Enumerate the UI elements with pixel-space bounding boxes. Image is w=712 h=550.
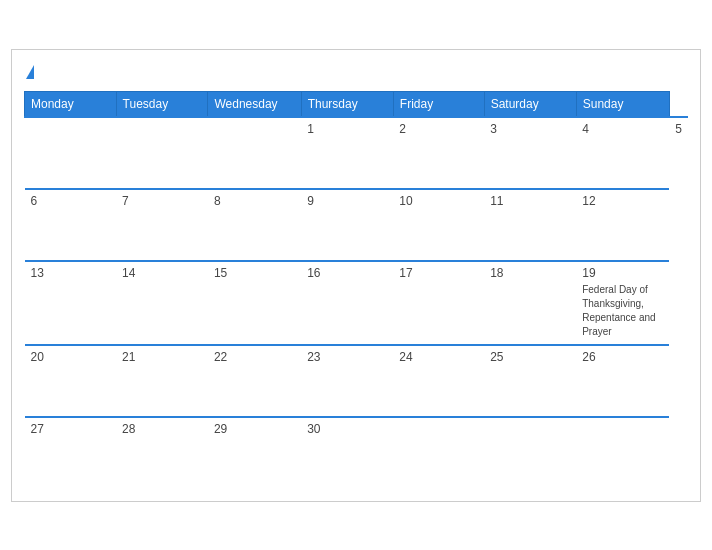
day-cell [484, 417, 576, 489]
day-number: 30 [307, 422, 387, 436]
day-number: 25 [490, 350, 570, 364]
day-cell: 17 [393, 261, 484, 345]
day-cell: 7 [116, 189, 208, 261]
day-cell: 28 [116, 417, 208, 489]
day-number: 5 [675, 122, 682, 136]
day-cell: 27 [25, 417, 117, 489]
day-header-sunday: Sunday [576, 91, 669, 117]
day-cell: 30 [301, 417, 393, 489]
day-cell: 9 [301, 189, 393, 261]
day-cell: 14 [116, 261, 208, 345]
day-cell: 23 [301, 345, 393, 417]
day-cell: 2 [393, 117, 484, 189]
day-number: 15 [214, 266, 295, 280]
calendar-container: MondayTuesdayWednesdayThursdayFridaySatu… [11, 49, 701, 502]
day-cell: 21 [116, 345, 208, 417]
day-number: 7 [122, 194, 202, 208]
day-number: 2 [399, 122, 478, 136]
day-cell: 12 [576, 189, 669, 261]
day-number: 8 [214, 194, 295, 208]
logo-triangle-icon [26, 65, 34, 79]
day-cell: 8 [208, 189, 301, 261]
day-number: 12 [582, 194, 663, 208]
day-number: 20 [31, 350, 111, 364]
day-cell: 18 [484, 261, 576, 345]
day-number: 13 [31, 266, 111, 280]
day-header-thursday: Thursday [301, 91, 393, 117]
day-cell: 24 [393, 345, 484, 417]
day-number: 14 [122, 266, 202, 280]
day-cell: 1 [301, 117, 393, 189]
day-number: 24 [399, 350, 478, 364]
day-number: 23 [307, 350, 387, 364]
day-cell: 22 [208, 345, 301, 417]
logo [24, 64, 34, 79]
day-cell: 4 [576, 117, 669, 189]
day-number: 10 [399, 194, 478, 208]
day-cell: 25 [484, 345, 576, 417]
day-number: 9 [307, 194, 387, 208]
day-cell: 15 [208, 261, 301, 345]
day-number: 18 [490, 266, 570, 280]
day-cell [116, 117, 208, 189]
week-row-2: 6789101112 [25, 189, 689, 261]
day-number: 4 [582, 122, 663, 136]
week-row-4: 20212223242526 [25, 345, 689, 417]
day-header-saturday: Saturday [484, 91, 576, 117]
day-number: 3 [490, 122, 570, 136]
day-cell: 6 [25, 189, 117, 261]
week-row-1: 12345 [25, 117, 689, 189]
calendar-header [24, 60, 688, 83]
day-cell: 16 [301, 261, 393, 345]
day-number: 27 [31, 422, 111, 436]
week-row-5: 27282930 [25, 417, 689, 489]
day-cell: 29 [208, 417, 301, 489]
day-number: 26 [582, 350, 663, 364]
day-cell: 20 [25, 345, 117, 417]
day-cell: 13 [25, 261, 117, 345]
day-cell [25, 117, 117, 189]
day-cell [208, 117, 301, 189]
day-header-wednesday: Wednesday [208, 91, 301, 117]
day-cell [393, 417, 484, 489]
day-cell: 5 [669, 117, 688, 189]
calendar-grid: MondayTuesdayWednesdayThursdayFridaySatu… [24, 91, 688, 489]
day-cell: 26 [576, 345, 669, 417]
day-header-tuesday: Tuesday [116, 91, 208, 117]
day-number: 29 [214, 422, 295, 436]
days-header-row: MondayTuesdayWednesdayThursdayFridaySatu… [25, 91, 689, 117]
day-cell: 11 [484, 189, 576, 261]
day-cell: 3 [484, 117, 576, 189]
day-number: 1 [307, 122, 387, 136]
day-number: 22 [214, 350, 295, 364]
week-row-3: 13141516171819Federal Day of Thanksgivin… [25, 261, 689, 345]
day-number: 28 [122, 422, 202, 436]
day-number: 19 [582, 266, 663, 280]
day-number: 17 [399, 266, 478, 280]
day-number: 16 [307, 266, 387, 280]
day-header-friday: Friday [393, 91, 484, 117]
day-cell: 19Federal Day of Thanksgiving, Repentanc… [576, 261, 669, 345]
day-number: 11 [490, 194, 570, 208]
holiday-text: Federal Day of Thanksgiving, Repentance … [582, 284, 655, 337]
day-header-monday: Monday [25, 91, 117, 117]
day-cell: 10 [393, 189, 484, 261]
day-number: 21 [122, 350, 202, 364]
day-number: 6 [31, 194, 111, 208]
day-cell [576, 417, 669, 489]
